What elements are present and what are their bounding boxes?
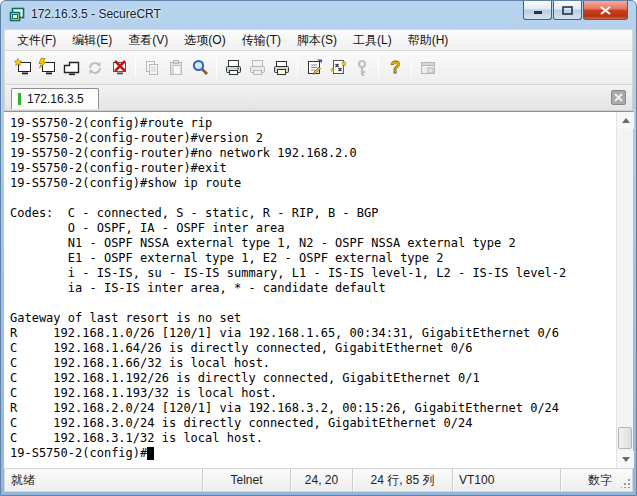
- terminal-line: C 192.168.3.1/32 is local host.: [10, 431, 616, 446]
- copy-icon[interactable]: [140, 56, 164, 80]
- toolbar: ?: [4, 51, 633, 85]
- print-preview-icon[interactable]: [245, 56, 269, 80]
- vertical-scrollbar[interactable]: [616, 112, 633, 468]
- minimize-button[interactable]: [523, 1, 552, 20]
- connect-icon[interactable]: [35, 56, 59, 80]
- status-ready: 就绪: [5, 469, 202, 491]
- terminal-line: Codes: C - connected, S - static, R - RI…: [10, 206, 616, 221]
- terminal-line: C 192.168.1.66/32 is local host.: [10, 356, 616, 371]
- toolbar-separator: [411, 58, 412, 78]
- terminal-line: [10, 296, 616, 311]
- reconnect-icon[interactable]: [83, 56, 107, 80]
- status-protocol: Telnet: [202, 469, 290, 491]
- terminal-cursor: [147, 447, 154, 460]
- menu-options[interactable]: 选项(O): [176, 30, 233, 51]
- status-bar: 就绪 Telnet 24, 20 24 行, 85 列 VT100 数字: [4, 468, 633, 492]
- terminal-line: 19-S5750-2(config)#show ip route: [10, 176, 616, 191]
- terminal-line: C 192.168.1.192/26 is directly connected…: [10, 371, 616, 386]
- terminal-prompt-line: 19-S5750-2(config)#: [10, 446, 616, 461]
- scroll-up-icon[interactable]: [617, 112, 634, 129]
- window-title: 172.16.3.5 - SecureCRT: [31, 7, 161, 21]
- quick-connect-icon[interactable]: [11, 56, 35, 80]
- terminal-line: 19-S5750-2(config)#route rip: [10, 116, 616, 131]
- status-emulation: VT100: [452, 469, 560, 491]
- session-tab[interactable]: 172.16.3.5: [11, 88, 99, 109]
- securecrt-window: 172.16.3.5 - SecureCRT 文件(F) 编辑(E) 查看(V)…: [0, 0, 637, 496]
- menu-file[interactable]: 文件(F): [9, 30, 64, 51]
- menu-view[interactable]: 查看(V): [120, 30, 176, 51]
- terminal-line: C 192.168.1.64/26 is directly connected,…: [10, 341, 616, 356]
- help-icon[interactable]: ?: [383, 56, 407, 80]
- terminal-line: N1 - OSPF NSSA external type 1, N2 - OSP…: [10, 236, 616, 251]
- terminal-line: R 192.168.2.0/24 [120/1] via 192.168.3.2…: [10, 401, 616, 416]
- menu-bar: 文件(F) 编辑(E) 查看(V) 选项(O) 传输(T) 脚本(S) 工具(L…: [4, 29, 633, 51]
- menu-script[interactable]: 脚本(S): [289, 30, 345, 51]
- tab-label: 172.16.3.5: [27, 92, 84, 106]
- close-button[interactable]: [583, 1, 628, 20]
- tab-close-icon[interactable]: [611, 90, 626, 105]
- menu-transfer[interactable]: 传输(T): [234, 30, 289, 51]
- title-bar[interactable]: 172.16.3.5 - SecureCRT: [1, 1, 636, 29]
- terminal-line: [10, 191, 616, 206]
- terminal-line: 19-S5750-2(config-router)#no network 192…: [10, 146, 616, 161]
- terminal-output[interactable]: 19-S5750-2(config)#route rip 19-S5750-2(…: [4, 112, 616, 468]
- terminal-line: E1 - OSPF external type 1, E2 - OSPF ext…: [10, 251, 616, 266]
- menu-tools[interactable]: 工具(L): [345, 30, 400, 51]
- terminal-line: i - IS-IS, su - IS-IS summary, L1 - IS-I…: [10, 266, 616, 281]
- menu-help[interactable]: 帮助(H): [400, 30, 457, 51]
- svg-text:?: ?: [390, 59, 400, 76]
- terminal-line: C 192.168.3.0/24 is directly connected, …: [10, 416, 616, 431]
- toolbar-separator: [297, 58, 298, 78]
- tab-bar: 172.16.3.5: [4, 85, 633, 111]
- scroll-down-icon[interactable]: [617, 451, 634, 468]
- toolbar-separator: [378, 58, 379, 78]
- terminal-line: O - OSPF, IA - OSPF inter area: [10, 221, 616, 236]
- resize-grip-icon[interactable]: [618, 469, 632, 491]
- menu-edit[interactable]: 编辑(E): [64, 30, 120, 51]
- maximize-button[interactable]: [553, 1, 582, 20]
- disconnect-icon[interactable]: [107, 56, 131, 80]
- tab-connected-indicator: [18, 93, 21, 105]
- scrollbar-thumb[interactable]: [618, 427, 632, 449]
- run-script-icon[interactable]: [326, 56, 350, 80]
- terminal-prompt: 19-S5750-2(config)#: [10, 446, 147, 460]
- terminal-line: C 192.168.1.193/32 is local host.: [10, 386, 616, 401]
- toolbar-separator: [135, 58, 136, 78]
- printer-setup-icon[interactable]: [269, 56, 293, 80]
- terminal-line: R 192.168.1.0/26 [120/1] via 192.168.1.6…: [10, 326, 616, 341]
- print-icon[interactable]: [221, 56, 245, 80]
- toolbar-separator: [216, 58, 217, 78]
- terminal-line: Gateway of last resort is no set: [10, 311, 616, 326]
- terminal-area[interactable]: 19-S5750-2(config)#route rip 19-S5750-2(…: [4, 111, 633, 468]
- status-num-lock: 数字: [560, 469, 618, 491]
- terminal-line: 19-S5750-2(config-router)#version 2: [10, 131, 616, 146]
- session-options-icon[interactable]: [302, 56, 326, 80]
- terminal-line: 19-S5750-2(config-router)#exit: [10, 161, 616, 176]
- paste-icon[interactable]: [164, 56, 188, 80]
- key-icon[interactable]: [350, 56, 374, 80]
- securecrt-app-icon: [9, 7, 25, 23]
- terminal-line: ia - IS-IS inter area, * - candidate def…: [10, 281, 616, 296]
- connect-in-tab-icon[interactable]: [59, 56, 83, 80]
- status-cursor-position: 24, 20: [290, 469, 352, 491]
- securefx-icon[interactable]: [416, 56, 440, 80]
- find-icon[interactable]: [188, 56, 212, 80]
- status-terminal-size: 24 行, 85 列: [352, 469, 452, 491]
